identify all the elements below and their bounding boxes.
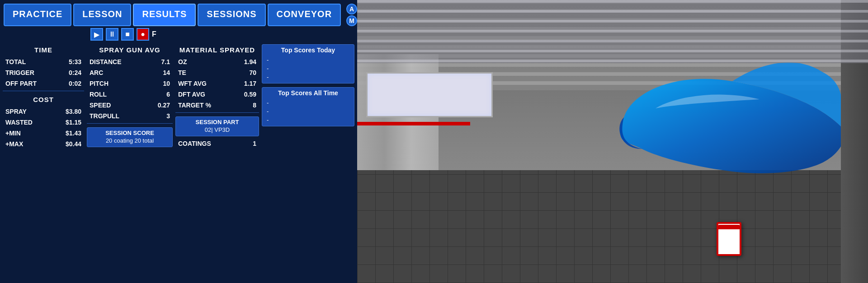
session-score-title: Session Score [90, 130, 170, 136]
top-scores-today-1: - [265, 56, 351, 64]
spray-label: SPRAY [5, 108, 27, 115]
offpart-value: 0:02 [69, 80, 81, 87]
top-scores-alltime-panel: Top Scores All Time - - - [262, 87, 354, 126]
total-label: TOTAL [5, 58, 26, 65]
total-row: TOTAL 5:33 [3, 57, 84, 66]
trigger-value: 0:24 [69, 69, 81, 76]
wasted-row: WASTED $1.15 [3, 118, 84, 127]
top-scores-today-2: - [265, 64, 351, 73]
tab-results[interactable]: RESULTS [133, 4, 196, 26]
spray-gun-column: SPRAY GUN AVG DISTANCE 7.1 ARC 14 PITCH … [87, 44, 173, 280]
target-value: 8 [253, 102, 256, 109]
roll-row: ROLL 6 [87, 90, 173, 99]
top-scores-alltime-1: - [265, 98, 351, 107]
wft-value: 1.17 [244, 80, 256, 87]
tab-sessions[interactable]: SESSIONS [198, 4, 265, 26]
session-part-value: 02| VP3D [179, 125, 256, 134]
min-row: +MIN $1.43 [3, 129, 84, 138]
window-panel [366, 72, 493, 117]
time-header: TIME [3, 44, 84, 56]
te-value: 70 [249, 69, 256, 76]
cost-header: COST [3, 94, 84, 105]
left-panel: PRACTICE LESSON RESULTS SESSIONS CONVEYO… [0, 0, 357, 283]
stop-button[interactable]: ■ [121, 28, 134, 41]
target-row: TARGET % 8 [175, 101, 259, 110]
wasted-value: $1.15 [66, 119, 81, 126]
min-value: $1.43 [66, 130, 81, 137]
roll-value: 6 [166, 91, 170, 98]
arc-value: 14 [163, 69, 170, 76]
spray-row: SPRAY $3.80 [3, 107, 84, 116]
3d-viewport [357, 0, 868, 283]
distance-value: 7.1 [161, 58, 170, 65]
spray-gun-header: SPRAY GUN AVG [87, 44, 173, 56]
spray-value: $3.80 [66, 108, 81, 115]
coatings-label: Coatings [178, 140, 211, 147]
play-button[interactable]: ▶ [90, 28, 103, 41]
trigger-label: TRIGGER [5, 69, 34, 76]
pitch-label: PITCH [90, 80, 108, 87]
top-scores-today-panel: Top Scores Today - - - [262, 44, 354, 84]
max-value: $0.44 [66, 140, 81, 148]
dft-label: DFT AVG [178, 91, 205, 98]
te-row: TE 70 [175, 68, 259, 77]
offpart-row: OFF PART 0:02 [3, 79, 84, 88]
total-value: 5:33 [69, 58, 81, 65]
f-label: F [152, 30, 156, 38]
a-button[interactable]: A [346, 4, 357, 14]
coatings-row: Coatings 1 [175, 139, 259, 148]
time-cost-column: TIME TOTAL 5:33 TRIGGER 0:24 OFF PART 0:… [3, 44, 84, 280]
offpart-label: OFF PART [5, 80, 37, 87]
arc-row: ARC 14 [87, 68, 173, 77]
oz-row: OZ 1.94 [175, 57, 259, 66]
nav-tabs: PRACTICE LESSON RESULTS SESSIONS CONVEYO… [0, 0, 357, 26]
top-scores-today-title: Top Scores Today [265, 46, 351, 54]
session-score-box: Session Score 20 coating 20 total [87, 127, 173, 147]
red-stripe [357, 122, 470, 125]
session-part-box: Session Part 02| VP3D [175, 116, 259, 136]
speed-row: SPEED 0.27 [87, 101, 173, 110]
coatings-value: 1 [253, 140, 256, 147]
trgpull-label: TRGPULL [90, 112, 119, 120]
wft-row: WFT AVG 1.17 [175, 79, 259, 88]
pause-button[interactable]: ⏸ [106, 28, 118, 41]
wasted-label: WASTED [5, 119, 33, 126]
te-label: TE [178, 69, 186, 76]
max-row: +MAX $0.44 [3, 139, 84, 148]
top-scores-alltime-2: - [265, 107, 351, 116]
wft-label: WFT AVG [178, 80, 207, 87]
material-header: MATERIAL SPRAYED [175, 44, 259, 56]
trigger-row: TRIGGER 0:24 [3, 68, 84, 77]
session-score-value: 20 coating 20 total [90, 136, 170, 145]
top-scores-today-3: - [265, 73, 351, 81]
min-label: +MIN [5, 130, 21, 137]
roll-label: ROLL [90, 91, 107, 98]
session-part-title: Session Part [179, 119, 256, 125]
record-button[interactable]: ● [137, 28, 149, 41]
pitch-row: PITCH 10 [87, 79, 173, 88]
top-scores-alltime-3: - [265, 116, 351, 124]
oz-value: 1.94 [244, 58, 256, 65]
distance-row: DISTANCE 7.1 [87, 57, 173, 66]
tab-conveyor[interactable]: CONVEYOR [268, 4, 341, 26]
material-column: MATERIAL SPRAYED OZ 1.94 TE 70 WFT AVG 1… [175, 44, 259, 280]
target-label: TARGET % [178, 102, 211, 109]
dft-value: 0.59 [244, 91, 256, 98]
top-scores-alltime-title: Top Scores All Time [265, 89, 351, 97]
trgpull-row: TRGPULL 3 [87, 111, 173, 121]
tab-practice[interactable]: PRACTICE [4, 4, 71, 26]
speed-value: 0.27 [158, 102, 170, 109]
content-area: TIME TOTAL 5:33 TRIGGER 0:24 OFF PART 0:… [0, 42, 357, 283]
speed-label: SPEED [90, 102, 111, 109]
distance-label: DISTANCE [90, 58, 122, 65]
trgpull-value: 3 [166, 112, 170, 120]
white-cylinder [717, 222, 741, 256]
ceiling-beams [357, 0, 868, 63]
dft-row: DFT AVG 0.59 [175, 90, 259, 99]
arc-label: ARC [90, 69, 103, 76]
oz-label: OZ [178, 58, 187, 65]
max-label: +MAX [5, 140, 23, 148]
tab-lesson[interactable]: LESSON [73, 4, 131, 26]
m-button[interactable]: M [346, 15, 357, 26]
pitch-value: 10 [163, 80, 170, 87]
